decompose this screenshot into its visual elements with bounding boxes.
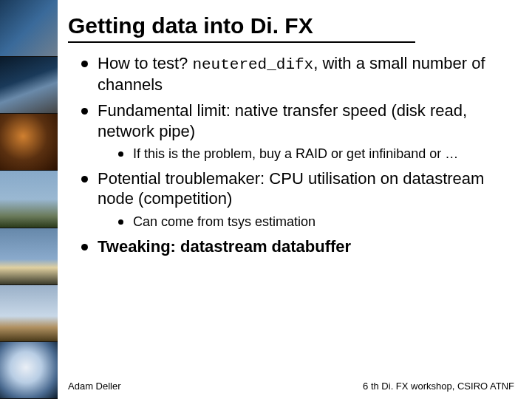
bullet-item: Fundamental limit: native transfer speed… [81,100,516,163]
footer-author: Adam Deller [68,381,121,392]
sub-bullet-list: If this is the problem, buy a RAID or ge… [98,146,516,163]
thumb-image [0,228,58,285]
bullet-list: How to test? neutered_difx, with a small… [68,53,516,256]
footer-event: 6 th Di. FX workshop, CSIRO ATNF [363,381,514,392]
bullet-item: How to test? neutered_difx, with a small… [81,53,516,95]
slide-footer: Adam Deller 6 th Di. FX workshop, CSIRO … [68,381,514,392]
sub-bullet-item: If this is the problem, buy a RAID or ge… [118,146,516,163]
bullet-text: Fundamental limit: native transfer speed… [98,101,467,140]
bullet-text-bold: Tweaking: datastream databuffer [98,237,351,256]
thumb-image [0,171,58,228]
bullet-text: How to test? [98,54,192,72]
thumb-image [0,114,58,171]
sub-bullet-text: Can come from tsys estimation [133,214,316,229]
sub-bullet-list: Can come from tsys estimation [98,214,516,231]
thumb-image [0,285,58,342]
title-underline [68,41,415,43]
slide-content: Getting data into Di. FX How to test? ne… [58,0,532,399]
thumb-image [0,57,58,114]
code-text: neutered_difx [192,56,313,73]
slide-title: Getting data into Di. FX [68,13,516,38]
thumb-image [0,342,58,399]
bullet-text: Potential troublemaker: CPU utilisation … [98,169,484,208]
slide: Getting data into Di. FX How to test? ne… [0,0,532,399]
sub-bullet-text: If this is the problem, buy a RAID or ge… [133,146,458,161]
sidebar-thumbnails [0,0,58,399]
bullet-item: Potential troublemaker: CPU utilisation … [81,168,516,231]
bullet-item: Tweaking: datastream databuffer [81,236,516,256]
thumb-image [0,0,58,57]
sub-bullet-item: Can come from tsys estimation [118,214,516,231]
